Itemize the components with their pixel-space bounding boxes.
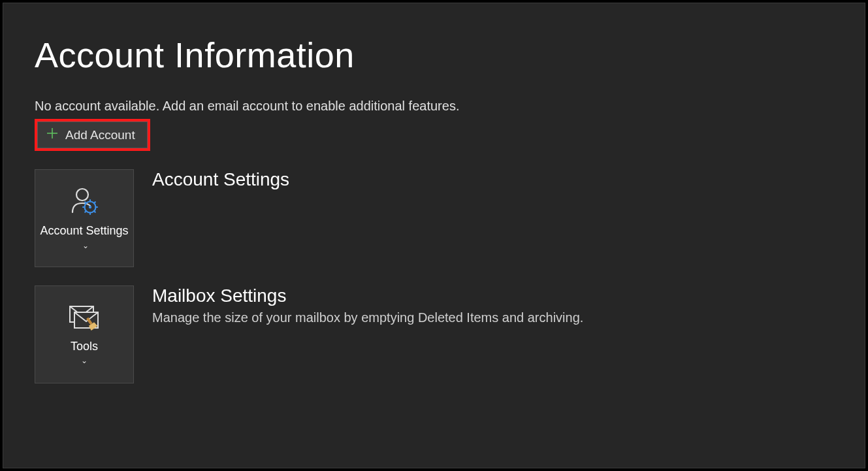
add-account-button[interactable]: Add Account xyxy=(37,122,148,148)
add-account-highlight-box: Add Account xyxy=(35,119,150,151)
account-settings-text: Account Settings xyxy=(152,169,289,194)
page-title: Account Information xyxy=(35,35,833,75)
svg-line-9 xyxy=(85,203,86,204)
mailbox-tools-icon xyxy=(67,304,101,336)
account-settings-tile[interactable]: Account Settings ⌄ xyxy=(35,169,134,267)
svg-line-10 xyxy=(94,203,95,204)
svg-point-4 xyxy=(89,206,91,208)
mailbox-settings-section: Tools ⌄ Mailbox Settings Manage the size… xyxy=(35,285,833,383)
mailbox-settings-description: Manage the size of your mailbox by empty… xyxy=(152,310,583,325)
mailbox-settings-text: Mailbox Settings Manage the size of your… xyxy=(152,285,583,325)
plus-icon xyxy=(46,127,59,143)
mailbox-settings-heading: Mailbox Settings xyxy=(152,285,583,306)
svg-line-11 xyxy=(85,211,86,212)
add-account-label: Add Account xyxy=(65,128,135,142)
tools-tile[interactable]: Tools ⌄ xyxy=(35,285,134,383)
account-settings-section: Account Settings ⌄ Account Settings xyxy=(35,169,833,267)
content-area: Account Information No account available… xyxy=(3,3,865,383)
account-settings-icon xyxy=(68,185,101,220)
no-account-message: No account available. Add an email accou… xyxy=(35,99,833,114)
chevron-down-icon: ⌄ xyxy=(81,357,88,365)
account-settings-heading: Account Settings xyxy=(152,169,289,190)
svg-point-2 xyxy=(76,189,88,201)
tools-tile-label: Tools xyxy=(71,340,98,353)
svg-line-12 xyxy=(94,211,95,212)
account-settings-tile-label: Account Settings xyxy=(40,224,128,237)
account-info-panel: Account Information No account available… xyxy=(3,3,865,468)
chevron-down-icon: ⌄ xyxy=(80,241,88,250)
